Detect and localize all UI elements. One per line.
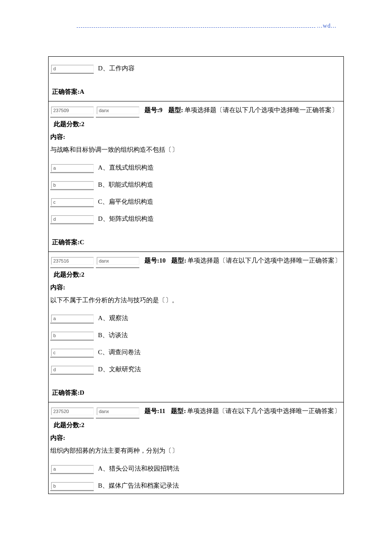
option-row: a A、猎头公司法和校园招聘法 <box>50 463 342 474</box>
option-code-input[interactable]: d <box>51 366 94 373</box>
question-typecode-input[interactable]: danx <box>97 257 139 265</box>
option-code-input[interactable]: a <box>51 164 94 172</box>
header-dashed-line <box>77 27 315 28</box>
option-code-input[interactable]: a <box>51 465 94 473</box>
question-id-input[interactable]: 237509 <box>51 107 94 114</box>
question-type-text: 单项选择题〔请在以下几个选项中选择唯一正确答案〕 <box>187 404 342 418</box>
option-code-input[interactable]: d <box>51 65 94 72</box>
option-text: B、媒体广告法和档案记录法 <box>98 480 179 491</box>
correct-answer: 正确答案:A <box>50 86 342 98</box>
option-text: B、职能式组织构造 <box>98 179 153 190</box>
questions-table: d D、工作内容 正确答案:A 237509 danx 题号:9 题型:单项选择… <box>48 56 344 494</box>
question-score-label: 此题分数:2 <box>54 271 85 278</box>
option-text: C、扁平化组织构造 <box>98 197 153 207</box>
option-code-input[interactable]: c <box>51 349 94 356</box>
option-text: A、直线式组织构造 <box>98 162 154 173</box>
option-text: D、矩阵式组织构造 <box>98 214 154 224</box>
option-row: b B、职能式组织构造 <box>50 179 342 190</box>
option-row: d D、工作内容 <box>50 63 342 74</box>
option-row: c C、扁平化组织构造 <box>50 196 342 207</box>
question-type-text: 单项选择题〔请在以下几个选项中选择唯一正确答案〕 <box>184 103 342 117</box>
content-label: 内容: <box>49 431 343 444</box>
question-number-label: 题号:10 <box>144 254 166 268</box>
option-code-input[interactable]: c <box>51 198 94 206</box>
question-typecode-input[interactable]: danx <box>97 107 139 114</box>
content-label: 内容: <box>49 281 343 294</box>
question-type-label: 题型: <box>168 103 183 117</box>
question-score-label: 此题分数:2 <box>54 121 85 127</box>
question-type-text: 单项选择题〔请在以下几个选项中选择唯一正确答案〕 <box>187 254 342 268</box>
question-typecode-input[interactable]: danx <box>97 408 139 415</box>
correct-answer: 正确答案:C <box>50 236 342 249</box>
option-text: A、观察法 <box>98 313 128 323</box>
option-code-input[interactable]: b <box>51 332 94 339</box>
option-row: c C、调查问卷法 <box>50 347 342 358</box>
option-text: B、访谈法 <box>98 330 128 340</box>
question-id-input[interactable]: 237516 <box>51 257 94 265</box>
option-text: D、文献研究法 <box>98 364 141 374</box>
option-text: C、调查问卷法 <box>98 347 141 357</box>
page-header: ...wd... <box>0 0 392 31</box>
option-code-input[interactable]: a <box>51 315 94 322</box>
question-type-label: 题型: <box>171 404 186 418</box>
question-id-input[interactable]: 237520 <box>51 408 94 415</box>
option-code-input[interactable]: b <box>51 482 94 490</box>
option-text: D、工作内容 <box>98 63 135 73</box>
correct-answer: 正确答案:D <box>50 387 342 399</box>
option-row: a A、观察法 <box>50 312 342 324</box>
option-row: d D、矩阵式组织构造 <box>50 213 342 224</box>
question-content: 以下不属于工作分析的方法与技巧的是〔〕。 <box>49 294 343 306</box>
question-number-label: 题号:11 <box>144 404 165 418</box>
question-content: 组织内部招募的方法主要有两种，分别为〔〕 <box>49 444 343 457</box>
option-code-input[interactable]: b <box>51 181 94 189</box>
option-code-input[interactable]: d <box>51 215 94 223</box>
content-label: 内容: <box>49 130 343 143</box>
option-row: a A、直线式组织构造 <box>50 162 342 173</box>
option-row: b B、媒体广告法和档案记录法 <box>50 480 342 491</box>
question-type-label: 题型: <box>171 254 186 268</box>
option-row: d D、文献研究法 <box>50 364 342 375</box>
header-wd-text: ...wd... <box>317 21 337 31</box>
question-score-label: 此题分数:2 <box>54 422 85 428</box>
question-content: 与战略和目标协调一致的组织构造不包括〔〕 <box>49 143 343 156</box>
option-text: A、猎头公司法和校园招聘法 <box>98 463 179 474</box>
question-number-label: 题号:9 <box>144 103 163 117</box>
option-row: b B、访谈法 <box>50 330 342 341</box>
